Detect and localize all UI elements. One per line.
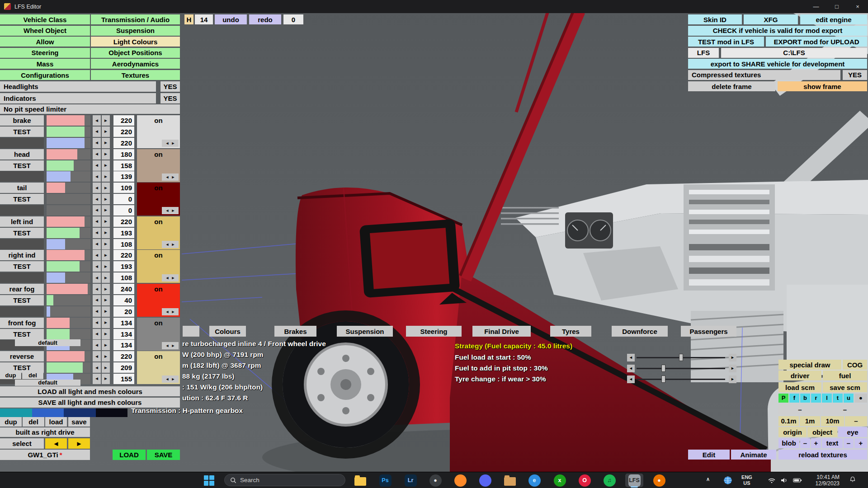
light-reverse-r-inc[interactable]: ► xyxy=(102,351,110,361)
tab-fragment[interactable] xyxy=(183,326,199,337)
light-head-r-dec[interactable]: ◄ xyxy=(93,149,101,160)
draw-toggle-7[interactable]: ● xyxy=(854,394,867,403)
light-right-ind-b-dec[interactable]: ◄ xyxy=(93,272,101,283)
menu-transmission-audio[interactable]: Transmission / Audio xyxy=(91,14,180,24)
clock[interactable]: 10:41 AM 12/9/2023 xyxy=(802,474,840,487)
light-left-ind-r-inc[interactable]: ► xyxy=(102,216,110,227)
close-button[interactable]: × xyxy=(847,0,868,13)
menu-mass[interactable]: Mass xyxy=(0,59,90,69)
frame-dup-button[interactable]: dup xyxy=(0,417,22,427)
light-reverse-swatch[interactable]: on◄► xyxy=(137,351,180,384)
light-right-ind-b-slider[interactable] xyxy=(47,272,90,283)
light-rear-fog-b-slider[interactable] xyxy=(47,306,90,317)
zero-button[interactable]: 0 xyxy=(283,14,303,24)
menu-light-colours[interactable]: Light Colours xyxy=(91,37,180,47)
minimize-button[interactable]: — xyxy=(806,0,826,13)
palette-swatch-2[interactable] xyxy=(64,408,96,417)
light-front-fog-g-inc[interactable]: ► xyxy=(102,329,110,339)
load-vehicle-button[interactable]: LOAD xyxy=(113,450,146,460)
light-rear-fog-b-dec[interactable]: ◄ xyxy=(93,306,101,317)
photoshop-icon[interactable]: Ps xyxy=(376,474,394,487)
light-front-fog-r-inc[interactable]: ► xyxy=(102,318,110,328)
select-vehicle-button[interactable]: select xyxy=(0,438,44,449)
start-button[interactable] xyxy=(201,474,217,487)
draw-toggle-u[interactable]: u xyxy=(844,394,854,403)
draw-toggle-r[interactable]: r xyxy=(811,394,821,403)
light-brake-r-dec[interactable]: ◄ xyxy=(93,115,101,126)
menu-object-positions[interactable]: Object Positions xyxy=(91,48,180,58)
animate-mode-button[interactable]: Animate xyxy=(731,450,776,460)
light-right-ind-r-dec[interactable]: ◄ xyxy=(93,250,101,260)
light-head-swatch[interactable]: on◄► xyxy=(137,149,180,182)
light-reverse-g-inc[interactable]: ► xyxy=(102,362,110,373)
spotify-icon[interactable]: ♫ xyxy=(600,474,618,487)
tab-tyres[interactable]: Tyres xyxy=(550,326,591,337)
light-brake-b-slider[interactable] xyxy=(47,138,90,148)
spacer-button-1[interactable]: – xyxy=(778,404,821,414)
light-front-fog-r-dec[interactable]: ◄ xyxy=(93,318,101,328)
light-head-b-slider[interactable] xyxy=(47,171,90,182)
wifi-icon[interactable] xyxy=(768,477,776,483)
light-front-fog-b-inc[interactable]: ► xyxy=(102,340,110,350)
tab-steering[interactable]: Steering xyxy=(406,326,462,337)
strategy-dec-0[interactable]: ◄ xyxy=(627,354,635,361)
light-tail-b-dec[interactable]: ◄ xyxy=(93,205,101,216)
discord-icon[interactable] xyxy=(476,474,494,487)
load-scm-button[interactable]: load scm xyxy=(778,382,821,392)
light-left-ind-test-button[interactable]: TEST xyxy=(0,228,44,238)
menu-textures[interactable]: Textures xyxy=(91,70,180,80)
tab-brakes[interactable]: Brakes xyxy=(274,326,316,337)
firefox-icon[interactable] xyxy=(451,474,469,487)
menu-allow[interactable]: Allow xyxy=(0,37,90,47)
light-front-fog-name-button[interactable]: front fog xyxy=(0,318,44,328)
palette-swatch-1[interactable] xyxy=(32,408,64,417)
light-front-fog-fine-dec[interactable]: ◄ xyxy=(165,343,170,348)
light-left-ind-b-inc[interactable]: ► xyxy=(102,239,110,249)
light-tail-fine-inc[interactable]: ► xyxy=(171,208,175,213)
light-rear-fog-name-button[interactable]: rear fog xyxy=(0,284,44,294)
light-right-ind-g-inc[interactable]: ► xyxy=(102,261,110,272)
light-left-ind-g-dec[interactable]: ◄ xyxy=(93,228,101,238)
light-left-ind-b-dec[interactable]: ◄ xyxy=(93,239,101,249)
edit-mode-button[interactable]: Edit xyxy=(688,450,730,460)
tab-final-drive[interactable]: Final Drive xyxy=(472,326,531,337)
grid-scale-10m-button[interactable]: 10m xyxy=(821,416,844,426)
light-rear-fog-g-dec[interactable]: ◄ xyxy=(93,295,101,305)
export-mod-button[interactable]: EXPORT mod for UPLOAD xyxy=(766,37,867,47)
light-head-g-dec[interactable]: ◄ xyxy=(93,160,101,171)
light-brake-r-inc[interactable]: ► xyxy=(102,115,110,126)
reload-textures-button[interactable]: reload textures xyxy=(778,450,867,460)
grid-scale-01m-button[interactable]: 0.1m xyxy=(778,416,799,426)
grid-scale-1m-button[interactable]: 1m xyxy=(800,416,820,426)
light-brake-swatch[interactable]: on◄► xyxy=(137,115,180,148)
spacer-button-2[interactable]: – xyxy=(823,404,867,414)
light-right-ind-r-slider[interactable] xyxy=(47,250,90,260)
light-tail-b-slider[interactable] xyxy=(47,205,90,216)
tab-downforce[interactable]: Downforce xyxy=(612,326,668,337)
light-left-ind-g-slider[interactable] xyxy=(47,228,90,238)
select-prev-button[interactable]: ◄ xyxy=(45,438,67,449)
frame-load-button[interactable]: load xyxy=(45,417,67,427)
light-brake-r-slider[interactable] xyxy=(47,115,90,126)
light-tail-name-button[interactable]: tail xyxy=(0,183,44,193)
menu-vehicle-class[interactable]: Vehicle Class xyxy=(0,14,90,24)
light-front-fog-g-dec[interactable]: ◄ xyxy=(93,329,101,339)
light-right-ind-b-inc[interactable]: ► xyxy=(102,272,110,283)
edit-engine-button[interactable]: edit engine xyxy=(800,14,867,24)
light-left-ind-b-slider[interactable] xyxy=(47,239,90,249)
compressed-textures-label[interactable]: Compressed textures xyxy=(688,70,840,80)
light-left-ind-fine-inc[interactable]: ► xyxy=(171,242,175,247)
blob-plus-button[interactable]: + xyxy=(811,438,821,448)
text-button[interactable]: text xyxy=(822,438,843,448)
light-brake-b-inc[interactable]: ► xyxy=(102,138,110,148)
light-left-ind-fine-dec[interactable]: ◄ xyxy=(165,242,170,247)
light-tail-r-dec[interactable]: ◄ xyxy=(93,183,101,193)
light-head-g-inc[interactable]: ► xyxy=(102,160,110,171)
lfs-editor-icon[interactable]: LFS xyxy=(625,474,643,487)
draw-toggle-f[interactable]: f xyxy=(789,394,799,403)
save-scm-button[interactable]: save scm xyxy=(823,382,867,392)
light-rear-fog-g-inc[interactable]: ► xyxy=(102,295,110,305)
light-right-ind-g-dec[interactable]: ◄ xyxy=(93,261,101,272)
light-reverse-g-dec[interactable]: ◄ xyxy=(93,362,101,373)
light-rear-fog-swatch[interactable]: on◄► xyxy=(137,284,180,317)
